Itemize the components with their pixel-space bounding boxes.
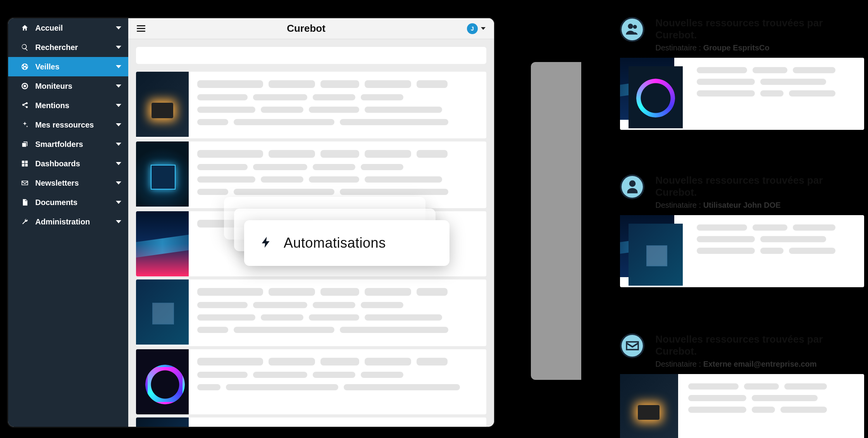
- search-icon: [20, 43, 30, 51]
- notification-body[interactable]: [620, 374, 864, 438]
- chevron-down-icon: [116, 220, 121, 223]
- notification-skeleton: [687, 58, 864, 130]
- notification-card: Nouvelles ressources trouvées par Curebo…: [620, 17, 864, 130]
- sidebar-item-label: Smartfolders: [35, 140, 116, 149]
- sidebar-item-veilles[interactable]: Veilles: [8, 57, 128, 76]
- notification-body[interactable]: [620, 215, 864, 287]
- notification-body[interactable]: [620, 58, 864, 130]
- feed-item[interactable]: [136, 417, 486, 428]
- feed-item[interactable]: [136, 72, 486, 138]
- feed-thumbnail: [136, 72, 189, 137]
- feed-skeleton: [189, 72, 486, 138]
- chevron-down-icon: [116, 65, 121, 68]
- sidebar-item-label: Mentions: [35, 101, 116, 110]
- sidebar-item-newsletters[interactable]: Newsletters: [8, 173, 128, 193]
- notification-skeleton: [687, 215, 864, 287]
- feed-skeleton: [189, 417, 486, 428]
- wrench-icon: [20, 218, 30, 226]
- sidebar-item-label: Administration: [35, 217, 116, 226]
- chevron-down-icon: [116, 104, 121, 107]
- notification-title: Nouvelles ressources trouvées par Curebo…: [655, 333, 864, 357]
- automations-title: Automatisations: [284, 235, 386, 251]
- chevron-down-icon: [116, 143, 121, 146]
- chevron-down-icon: [116, 46, 121, 49]
- feed-thumbnail: [136, 349, 189, 414]
- feed-item[interactable]: [136, 349, 486, 414]
- chevron-down-icon: [116, 26, 121, 29]
- sidebar-item-label: Dashboards: [35, 159, 116, 168]
- feed-thumbnail: [136, 417, 189, 428]
- feed-thumbnail: [136, 141, 189, 207]
- chevron-down-icon: [116, 123, 121, 126]
- sidebar-item-label: Rechercher: [35, 43, 116, 52]
- hamburger-button[interactable]: [137, 25, 145, 32]
- resource-thumbnail: [620, 374, 678, 438]
- topbar: Curebot J: [128, 18, 494, 39]
- resource-thumbnail: [629, 224, 683, 286]
- sidebar-item-administration[interactable]: Administration: [8, 212, 128, 231]
- sidebar-item-mentions[interactable]: Mentions: [8, 96, 128, 115]
- sidebar-item-label: Veilles: [35, 62, 116, 71]
- feed-thumbnail: [136, 211, 189, 276]
- chevron-down-icon: [116, 181, 121, 185]
- notification-title: Nouvelles ressources trouvées par Curebo…: [655, 174, 864, 198]
- automations-card[interactable]: Automatisations: [244, 220, 450, 266]
- feed-thumbnail: [136, 279, 189, 345]
- bolt-icon: [260, 236, 273, 250]
- sidebar-item-label: Accueil: [35, 24, 116, 33]
- target-icon: [20, 82, 30, 90]
- search-input[interactable]: [136, 47, 486, 64]
- sidebar-item-accueil[interactable]: Accueil: [8, 18, 128, 38]
- sparkle-icon: [20, 121, 30, 129]
- sidebar-item-dashboards[interactable]: Dashboards: [8, 154, 128, 173]
- sidebar-item-label: Newsletters: [35, 179, 116, 188]
- sidebar-item-label: Documents: [35, 198, 116, 207]
- notification-skeleton: [678, 374, 864, 438]
- sidebar: Accueil Rechercher Veilles Moniteurs Men: [8, 18, 128, 427]
- notification-recipient: Destinataire : Externe email@entreprise.…: [655, 360, 864, 369]
- user-menu[interactable]: J: [467, 23, 486, 34]
- document-icon: [20, 198, 30, 206]
- mail-avatar-icon: [620, 333, 644, 358]
- sidebar-item-smartfolders[interactable]: Smartfolders: [8, 135, 128, 154]
- sidebar-item-label: Moniteurs: [35, 82, 116, 91]
- sidebar-item-mes-ressources[interactable]: Mes ressources: [8, 115, 128, 135]
- chevron-down-icon: [116, 84, 121, 88]
- sidebar-item-moniteurs[interactable]: Moniteurs: [8, 76, 128, 96]
- copy-icon: [20, 140, 30, 148]
- sidebar-item-rechercher[interactable]: Rechercher: [8, 38, 128, 57]
- group-avatar-icon: [620, 17, 644, 42]
- chevron-down-icon: [116, 162, 121, 165]
- home-icon: [20, 24, 30, 32]
- globe-icon: [20, 63, 30, 71]
- notification-title: Nouvelles ressources trouvées par Curebo…: [655, 17, 864, 41]
- user-avatar-icon: [620, 174, 644, 199]
- notification-card: Nouvelles ressources trouvées par Curebo…: [620, 174, 864, 287]
- notification-recipient: Destinataire : Utilisateur John DOE: [655, 201, 864, 210]
- share-icon: [20, 102, 30, 109]
- feed-item[interactable]: [136, 279, 486, 346]
- background-panel: [531, 62, 581, 380]
- chevron-down-icon: [481, 27, 486, 30]
- feed-skeleton: [189, 279, 486, 346]
- sidebar-item-documents[interactable]: Documents: [8, 193, 128, 212]
- resource-thumbnail: [629, 66, 683, 128]
- notification-card: Nouvelles ressources trouvées par Curebo…: [620, 333, 864, 438]
- feed-skeleton: [189, 349, 486, 414]
- chevron-down-icon: [116, 201, 121, 204]
- grid-icon: [20, 160, 30, 167]
- sidebar-item-label: Mes ressources: [35, 121, 116, 129]
- user-avatar: J: [467, 23, 478, 34]
- mail-icon: [20, 179, 30, 187]
- notification-recipient: Destinataire : Groupe EspritsCo: [655, 43, 864, 52]
- brand-title: Curebot: [145, 22, 467, 34]
